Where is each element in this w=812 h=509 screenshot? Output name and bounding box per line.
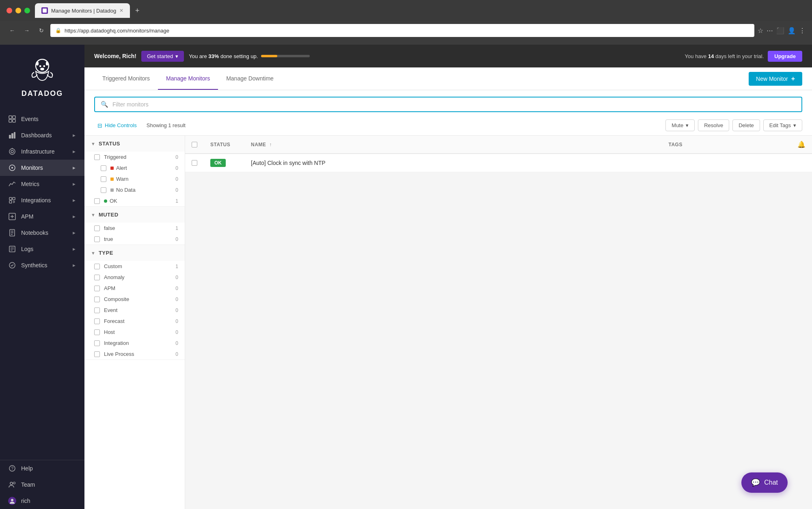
triggered-checkbox[interactable] <box>94 154 100 160</box>
new-tab-button[interactable]: + <box>132 5 143 16</box>
alert-checkbox[interactable] <box>101 165 106 171</box>
new-monitor-button[interactable]: New Monitor + <box>749 72 802 86</box>
anomaly-checkbox[interactable] <box>94 275 100 280</box>
row-name-cell[interactable]: [Auto] Clock in sync with NTP <box>244 154 662 172</box>
event-label: Event <box>104 307 171 313</box>
filter-item-warn[interactable]: Warn 0 <box>84 173 185 184</box>
tags-column-header[interactable]: TAGS <box>662 136 791 154</box>
sidebar-item-apm[interactable]: APM ► <box>0 208 84 225</box>
sidebar-item-help[interactable]: ? Help <box>0 460 84 477</box>
back-button[interactable]: ← <box>6 25 18 36</box>
hide-controls-button[interactable]: ⊟ Hide Controls <box>94 121 140 130</box>
sidebar-item-infrastructure[interactable]: Infrastructure ► <box>0 143 84 160</box>
mute-button[interactable]: Mute ▾ <box>665 119 695 131</box>
edit-tags-button[interactable]: Edit Tags ▾ <box>763 119 802 131</box>
svg-point-39 <box>13 482 15 484</box>
select-all-checkbox[interactable] <box>192 142 197 147</box>
filter-item-muted-false[interactable]: false 1 <box>84 223 185 234</box>
filter-item-muted-true[interactable]: true 0 <box>84 234 185 245</box>
filter-item-anomaly[interactable]: Anomaly 0 <box>84 272 185 283</box>
forward-button[interactable]: → <box>21 25 32 36</box>
filter-item-event[interactable]: Event 0 <box>84 305 185 316</box>
delete-button[interactable]: Delete <box>732 119 760 131</box>
monitors-icon <box>8 164 16 172</box>
muted-false-checkbox[interactable] <box>94 225 100 231</box>
reload-button[interactable]: ↻ <box>36 25 47 36</box>
sidebar-item-monitors[interactable]: Monitors ► <box>0 160 84 176</box>
filter-item-ok[interactable]: OK 1 <box>84 195 185 206</box>
warn-checkbox[interactable] <box>101 176 106 182</box>
resolve-button[interactable]: Resolve <box>698 119 729 131</box>
nodata-checkbox[interactable] <box>101 187 106 193</box>
live-process-checkbox[interactable] <box>94 351 100 357</box>
filter-item-nodata[interactable]: No Data 0 <box>84 184 185 195</box>
filter-item-custom[interactable]: Custom 1 <box>84 261 185 272</box>
composite-checkbox[interactable] <box>94 297 100 302</box>
forecast-label: Forecast <box>104 318 171 324</box>
filter-item-integration[interactable]: Integration 0 <box>84 338 185 349</box>
infrastructure-chevron: ► <box>72 149 76 154</box>
integration-checkbox[interactable] <box>94 340 100 346</box>
sidebar-item-notebooks[interactable]: Notebooks ► <box>0 225 84 241</box>
filter-item-apm[interactable]: APM 0 <box>84 283 185 294</box>
browser-tab[interactable]: Manage Monitors | Datadog ✕ <box>35 3 130 18</box>
apm-type-checkbox[interactable] <box>94 286 100 291</box>
bookmark-icon[interactable]: ☆ <box>758 27 763 35</box>
table-row[interactable]: OK [Auto] Clock in sync with NTP <box>185 154 812 172</box>
sidebar-item-user[interactable]: rich <box>0 493 84 509</box>
upgrade-button[interactable]: Upgrade <box>768 51 802 62</box>
extension-icon[interactable]: ⋯ <box>767 27 773 35</box>
notebooks-label: Notebooks <box>21 230 48 236</box>
plus-icon: + <box>791 75 795 82</box>
filter-item-host[interactable]: Host 0 <box>84 327 185 338</box>
svg-rect-21 <box>9 201 12 203</box>
sidebar-item-dashboards[interactable]: Dashboards ► <box>0 127 84 143</box>
select-all-header[interactable] <box>185 136 204 154</box>
profile-icon[interactable]: 👤 <box>788 27 796 35</box>
sidebar-item-metrics[interactable]: Metrics ► <box>0 176 84 192</box>
host-checkbox[interactable] <box>94 329 100 335</box>
minimize-traffic-light[interactable] <box>15 8 21 13</box>
logs-chevron: ► <box>72 247 76 251</box>
close-traffic-light[interactable] <box>6 8 12 13</box>
filter-input[interactable] <box>112 101 796 108</box>
sidebar-item-logs[interactable]: Logs ► <box>0 241 84 257</box>
filter-item-alert[interactable]: Alert 0 <box>84 162 185 173</box>
filter-item-forecast[interactable]: Forecast 0 <box>84 316 185 327</box>
cast-icon[interactable]: ⬛ <box>776 27 784 35</box>
tab-manage-downtime[interactable]: Manage Downtime <box>218 67 282 90</box>
muted-true-checkbox[interactable] <box>94 236 100 242</box>
name-column-header[interactable]: NAME ↑ <box>244 136 662 154</box>
muted-section-header[interactable]: ▼ Muted <box>84 207 185 223</box>
custom-checkbox[interactable] <box>94 264 100 269</box>
row-checkbox[interactable] <box>192 160 197 166</box>
sidebar-item-integrations[interactable]: Integrations ► <box>0 192 84 208</box>
filter-item-triggered[interactable]: Triggered 0 <box>84 152 185 162</box>
sidebar-item-team[interactable]: Team <box>0 477 84 493</box>
sidebar-item-synthetics[interactable]: Synthetics ► <box>0 257 84 273</box>
bell-column-header[interactable]: 🔔 <box>791 136 812 154</box>
filter-item-live-process[interactable]: Live Process 0 <box>84 349 185 360</box>
fullscreen-traffic-light[interactable] <box>24 8 30 13</box>
event-checkbox[interactable] <box>94 308 100 313</box>
get-started-button[interactable]: Get started ▾ <box>141 51 184 62</box>
row-checkbox-cell[interactable] <box>185 154 204 172</box>
tab-close-button[interactable]: ✕ <box>119 8 123 13</box>
nodata-count: 0 <box>175 187 178 193</box>
sidebar-item-events[interactable]: Events <box>0 111 84 127</box>
menu-icon[interactable]: ⋮ <box>799 27 806 35</box>
chat-button[interactable]: 💬 Chat <box>741 472 788 493</box>
type-section-header[interactable]: ▼ Type <box>84 245 185 261</box>
tab-triggered-monitors[interactable]: Triggered Monitors <box>94 67 158 90</box>
status-column-header[interactable]: STATUS <box>204 136 244 154</box>
svg-rect-13 <box>14 132 15 139</box>
composite-count: 0 <box>175 297 178 302</box>
logs-icon <box>8 245 16 253</box>
url-bar[interactable]: 🔒 https://app.datadoghq.com/monitors/man… <box>50 24 754 37</box>
status-section-header[interactable]: ▼ Status <box>84 136 185 152</box>
svg-rect-8 <box>13 116 15 119</box>
forecast-checkbox[interactable] <box>94 318 100 324</box>
ok-checkbox[interactable] <box>94 198 100 204</box>
tab-manage-monitors[interactable]: Manage Monitors <box>158 67 218 90</box>
filter-item-composite[interactable]: Composite 0 <box>84 294 185 305</box>
